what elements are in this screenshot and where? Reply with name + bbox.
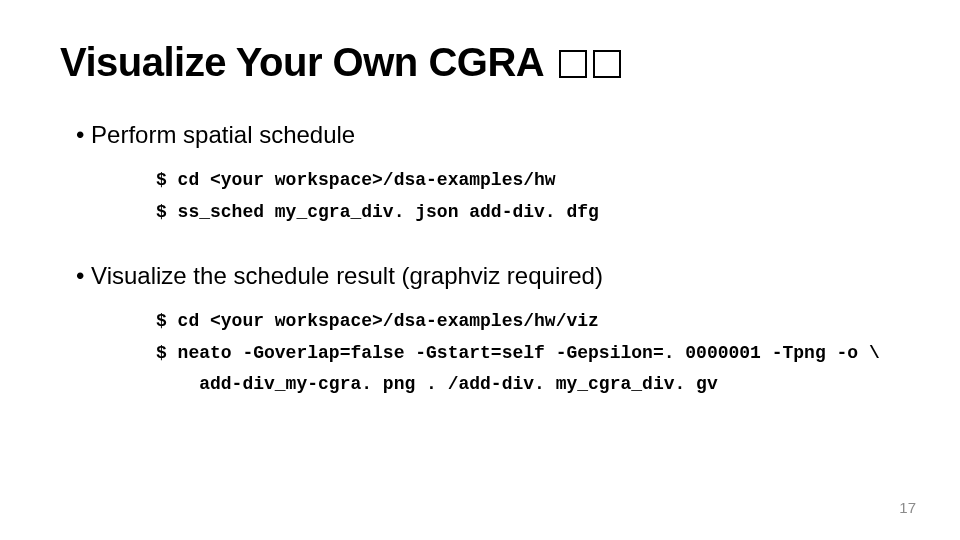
missing-glyph-icon: [593, 50, 621, 78]
command-line: $ ss_sched my_cgra_div. json add-div. df…: [156, 197, 900, 229]
title-text: Visualize Your Own CGRA: [60, 40, 553, 84]
page-number: 17: [899, 499, 916, 516]
missing-glyph-icon: [559, 50, 587, 78]
bullet-item: Visualize the schedule result (graphviz …: [76, 262, 900, 290]
slide: Visualize Your Own CGRA Perform spatial …: [0, 0, 960, 540]
command-line: $ cd <your workspace>/dsa-examples/hw: [156, 165, 900, 197]
bullet-item: Perform spatial schedule: [76, 121, 900, 149]
command-block: $ cd <your workspace>/dsa-examples/hw $ …: [156, 165, 900, 228]
bullet-text: Perform spatial schedule: [91, 121, 355, 148]
command-block: $ cd <your workspace>/dsa-examples/hw/vi…: [156, 306, 900, 401]
slide-title: Visualize Your Own CGRA: [60, 40, 900, 85]
bullet-text: Visualize the schedule result (graphviz …: [91, 262, 603, 289]
command-line: $ cd <your workspace>/dsa-examples/hw/vi…: [156, 306, 900, 338]
command-line: add-div_my-cgra. png . /add-div. my_cgra…: [156, 369, 900, 401]
command-line: $ neato -Goverlap=false -Gstart=self -Ge…: [156, 338, 900, 370]
